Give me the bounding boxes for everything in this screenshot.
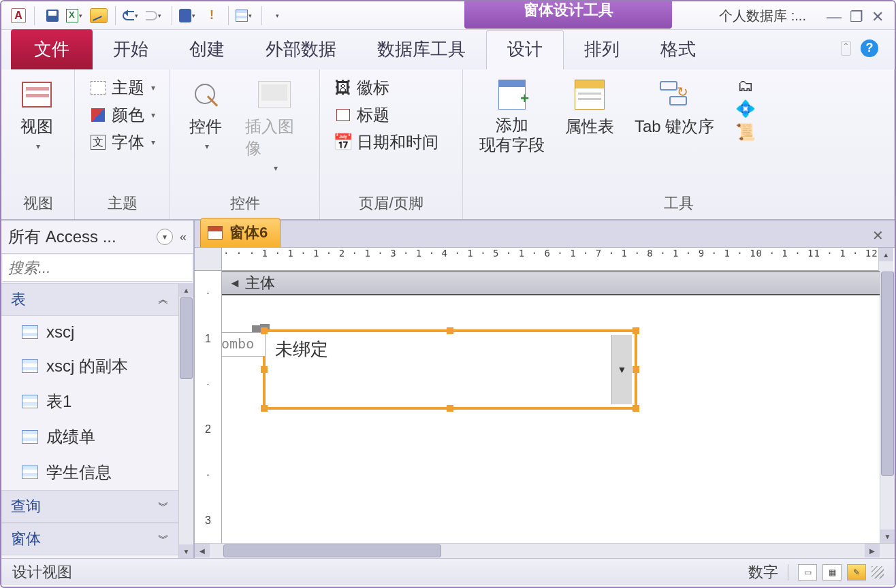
resize-handle[interactable] bbox=[633, 366, 639, 373]
navigation-pane: 所有 Access ... ▾ « 🔍 表︽ xscj xscj 的副本 表1 … bbox=[1, 220, 195, 558]
view-button[interactable]: 视图 ▾ bbox=[12, 75, 61, 154]
title-button[interactable]: 标题 bbox=[331, 102, 441, 128]
resize-handle[interactable] bbox=[261, 327, 268, 334]
design-view-button[interactable] bbox=[89, 6, 108, 25]
design-view-button-status[interactable]: ✎ bbox=[847, 564, 866, 581]
save-button[interactable] bbox=[43, 6, 62, 25]
vertical-ruler[interactable]: ·1·2·3 bbox=[195, 271, 222, 543]
view-label: 视图 bbox=[20, 116, 53, 137]
close-tab-button[interactable]: ✕ bbox=[872, 227, 884, 244]
document-title: 个人数据库 :... bbox=[719, 7, 806, 25]
help-button[interactable]: ? bbox=[861, 39, 878, 57]
insert-image-button[interactable]: 插入图像▾ bbox=[240, 75, 308, 176]
macro-icon: 📜 bbox=[736, 123, 755, 141]
nav-header[interactable]: 所有 Access ... ▾ « bbox=[1, 220, 193, 254]
nav-collapse-button[interactable]: « bbox=[180, 230, 187, 244]
resize-handle[interactable] bbox=[633, 327, 639, 334]
undo-button[interactable]: ▾ bbox=[123, 6, 142, 25]
group-view-label: 视图 bbox=[12, 191, 63, 216]
logo-button[interactable]: 🖼徽标 bbox=[331, 75, 441, 101]
resize-handle[interactable] bbox=[447, 405, 453, 412]
resize-handle[interactable] bbox=[261, 405, 268, 412]
nav-filter-button[interactable]: ▾ bbox=[157, 229, 173, 245]
property-sheet-button[interactable]: 属性表 bbox=[560, 75, 620, 140]
combobox-text: 未绑定 bbox=[268, 335, 611, 404]
tab-order-button[interactable]: ↻ Tab 键次序 bbox=[629, 75, 720, 140]
main-hscrollbar[interactable]: ◀ ▶ bbox=[195, 543, 895, 558]
design-canvas[interactable]: ◄ 主体 Combo 未绑定 ▼ bbox=[222, 271, 880, 543]
subform-button[interactable]: 🗂 bbox=[733, 75, 758, 97]
redo-button[interactable]: ▾ bbox=[146, 6, 165, 25]
export-excel-button[interactable]: ▾ bbox=[66, 6, 85, 25]
status-text: 设计视图 bbox=[12, 562, 72, 583]
resize-grip[interactable] bbox=[871, 566, 884, 578]
section-detail-bar[interactable]: ◄ 主体 bbox=[222, 271, 880, 295]
refresh-button[interactable]: ▾ bbox=[179, 6, 198, 25]
restore-button[interactable]: ❐ bbox=[850, 8, 863, 26]
nav-scrollbar[interactable]: ▲ ▼ bbox=[178, 283, 193, 558]
app-icon: A bbox=[11, 8, 26, 23]
resize-handle[interactable] bbox=[447, 327, 453, 334]
tab-arrange[interactable]: 排列 bbox=[564, 31, 640, 69]
quick-access-toolbar: ▾ ▾ ▾ ▾ ! ▾ ▾ bbox=[43, 6, 288, 25]
nav-group-forms[interactable]: 窗体︾ bbox=[1, 523, 178, 555]
tab-design[interactable]: 设计 bbox=[486, 30, 564, 69]
minimize-ribbon-button[interactable]: ˆ bbox=[841, 41, 851, 56]
fonts-button[interactable]: 文字体▾ bbox=[86, 129, 158, 155]
ribbon-tabs: 文件 开始 创建 外部数据 数据库工具 设计 排列 格式 ˆ ? bbox=[1, 30, 895, 69]
form-icon bbox=[208, 226, 223, 240]
ruler-corner[interactable] bbox=[195, 248, 222, 271]
group-tools-label: 工具 bbox=[474, 191, 883, 216]
nav-item-table[interactable]: xscj bbox=[1, 316, 178, 348]
nav-item-table[interactable]: 表1 bbox=[1, 384, 178, 419]
main-area: 窗体6 ✕ · · · 1 · 1 · 1 · 2 · 1 · 3 · 1 · … bbox=[195, 220, 895, 558]
ribbon: 视图 ▾ 视图 主题▾ 颜色▾ 文字体▾ 主题 控件▾ 插入图像▾ 控件 bbox=[1, 69, 895, 220]
resize-handle[interactable] bbox=[261, 366, 268, 373]
horizontal-ruler[interactable]: · · · 1 · 1 · 1 · 2 · 1 · 3 · 1 · 4 · 1 … bbox=[222, 248, 878, 271]
nav-item-table[interactable]: 学生信息 bbox=[1, 455, 178, 490]
search-input[interactable] bbox=[8, 259, 196, 277]
convert-macros-button[interactable]: 📜 bbox=[733, 121, 758, 143]
tab-format[interactable]: 格式 bbox=[640, 31, 716, 69]
code-button[interactable]: 💠 bbox=[733, 98, 758, 120]
tab-create[interactable]: 创建 bbox=[169, 31, 245, 69]
main-vscrollbar[interactable]: ▼ bbox=[880, 271, 895, 543]
minimize-button[interactable]: — bbox=[827, 8, 842, 26]
group-themes-label: 主题 bbox=[86, 191, 159, 216]
tab-database-tools[interactable]: 数据库工具 bbox=[357, 31, 486, 69]
form-view-button[interactable]: ▭ bbox=[798, 564, 817, 581]
subform-icon: 🗂 bbox=[736, 77, 755, 95]
resize-handle[interactable] bbox=[633, 405, 639, 412]
section-icon: ◄ bbox=[229, 276, 241, 291]
status-bar: 设计视图 数字 ▭ ▦ ✎ bbox=[1, 558, 895, 585]
combobox-control[interactable]: Combo 未绑定 ▼ bbox=[263, 329, 637, 410]
nav-group-tables[interactable]: 表︽ bbox=[1, 283, 178, 316]
combobox-dropdown-button[interactable]: ▼ bbox=[611, 335, 632, 404]
table-icon bbox=[22, 430, 38, 444]
status-mode: 数字 bbox=[748, 562, 778, 583]
contextual-tab-title: 窗体设计工具 bbox=[464, 0, 672, 29]
nav-item-table[interactable]: 成绩单 bbox=[1, 419, 178, 455]
themes-button[interactable]: 主题▾ bbox=[86, 75, 158, 101]
tab-home[interactable]: 开始 bbox=[93, 31, 169, 69]
datasheet-button[interactable]: ▾ bbox=[236, 6, 255, 25]
group-headerfooter-label: 页眉/页脚 bbox=[331, 191, 451, 216]
datasheet-view-button[interactable]: ▦ bbox=[822, 564, 842, 581]
warning-button[interactable]: ! bbox=[202, 6, 221, 25]
main-vscrollbar[interactable]: ▲ bbox=[878, 248, 893, 271]
qat-customize-button[interactable]: ▾ bbox=[269, 6, 288, 25]
add-existing-fields-button[interactable]: + 添加 现有字段 bbox=[474, 75, 550, 158]
tab-external-data[interactable]: 外部数据 bbox=[245, 31, 357, 69]
combobox-label[interactable]: Combo bbox=[222, 332, 266, 357]
controls-gallery-button[interactable]: 控件▾ bbox=[181, 75, 230, 154]
document-tab[interactable]: 窗体6 bbox=[200, 218, 281, 247]
datetime-button[interactable]: 📅日期和时间 bbox=[331, 129, 441, 155]
title-bar: A ▾ ▾ ▾ ▾ ! ▾ ▾ 窗体设计工具 个人数据库 :... — ❐ ✕ bbox=[1, 1, 895, 30]
tab-file[interactable]: 文件 bbox=[11, 29, 93, 69]
nav-item-table[interactable]: xscj 的副本 bbox=[1, 348, 178, 384]
close-button[interactable]: ✕ bbox=[871, 8, 884, 26]
nav-group-queries[interactable]: 查询︾ bbox=[1, 490, 178, 523]
table-icon bbox=[22, 395, 38, 408]
colors-button[interactable]: 颜色▾ bbox=[86, 102, 158, 128]
group-controls-label: 控件 bbox=[181, 191, 308, 216]
